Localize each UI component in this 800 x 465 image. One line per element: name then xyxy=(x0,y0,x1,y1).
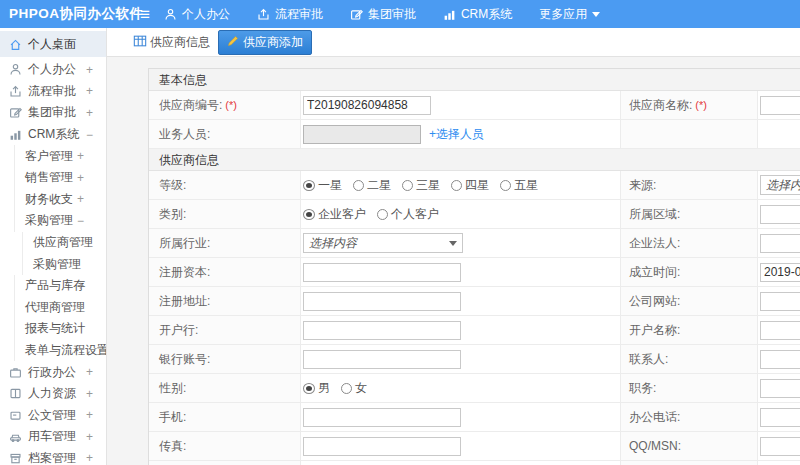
sidebar-item-hr[interactable]: 人力资源 + xyxy=(0,383,106,405)
expand-toggle[interactable]: + xyxy=(86,106,93,120)
bank-input[interactable] xyxy=(303,321,461,340)
hamburger-menu-icon[interactable]: ≡ xyxy=(140,6,150,23)
radio-personal-customer[interactable]: 个人客户 xyxy=(377,206,439,223)
form-row-capital-founded: 注册资本: 成立时间: xyxy=(149,258,800,287)
expand-toggle[interactable]: + xyxy=(77,192,84,206)
bank-account-input[interactable] xyxy=(303,350,461,369)
nav-workflow-approval[interactable]: 流程审批 xyxy=(257,6,323,23)
nav-more-apps[interactable]: 更多应用 xyxy=(539,6,600,23)
tab-supplier-add[interactable]: 供应商添加 xyxy=(218,30,312,55)
office-phone-label: 办公电话: xyxy=(629,409,680,426)
home-icon xyxy=(9,38,22,51)
sidebar-item-reports-stats[interactable]: 报表与统计 xyxy=(0,318,106,340)
sidebar-item-crm-system[interactable]: CRM系统 − xyxy=(0,124,106,146)
collapse-toggle[interactable]: − xyxy=(77,214,84,228)
account-name-input[interactable] xyxy=(760,321,800,340)
sidebar-item-supplier-mgmt[interactable]: 供应商管理 xyxy=(0,232,106,254)
radio-level-1[interactable]: 一星 xyxy=(303,177,342,194)
form-row-fax-qq: 传真: QQ/MSN: xyxy=(149,432,800,461)
required-marker: (*) xyxy=(225,99,237,111)
founded-date-input[interactable] xyxy=(760,263,800,282)
section-basic-info: 基本信息 xyxy=(149,69,800,91)
collapse-toggle[interactable]: − xyxy=(86,128,93,142)
nav-personal-office[interactable]: 个人办公 xyxy=(164,6,230,23)
tab-supplier-info[interactable]: 供应商信息 xyxy=(133,34,210,51)
supplier-name-input[interactable] xyxy=(760,96,800,115)
expand-toggle[interactable]: + xyxy=(86,451,93,465)
office-phone-input[interactable] xyxy=(760,408,800,427)
source-select[interactable]: 选择内容 xyxy=(760,175,800,195)
radio-icon xyxy=(377,209,388,220)
industry-select[interactable]: 选择内容 xyxy=(303,233,463,253)
bank-label: 开户行: xyxy=(159,322,198,339)
expand-toggle[interactable]: + xyxy=(86,430,93,444)
sidebar-item-finance[interactable]: 财务收支 + xyxy=(0,189,106,211)
upload-icon xyxy=(257,8,270,21)
radio-selected-icon xyxy=(303,209,315,220)
radio-enterprise-customer[interactable]: 企业客户 xyxy=(303,206,366,223)
reg-address-input[interactable] xyxy=(303,292,461,311)
bar-chart-icon xyxy=(9,128,22,141)
sidebar-item-sales-mgmt[interactable]: 销售管理 + xyxy=(0,167,106,189)
expand-toggle[interactable]: + xyxy=(77,300,84,314)
nav-crm-system[interactable]: CRM系统 xyxy=(443,6,512,23)
expand-toggle[interactable]: + xyxy=(86,63,93,77)
top-menu: 个人办公 流程审批 集团审批 CRM系统 更多应用 xyxy=(164,6,600,23)
industry-label: 所属行业: xyxy=(159,235,210,252)
sidebar-item-workflow-approval[interactable]: 流程审批 + xyxy=(0,81,106,103)
expand-toggle[interactable]: + xyxy=(86,84,93,98)
mobile-input[interactable] xyxy=(303,408,461,427)
user-icon xyxy=(9,63,22,76)
sidebar-item-purchase-mgmt[interactable]: 采购管理 − xyxy=(0,210,106,232)
category-radio-group: 企业客户 个人客户 xyxy=(303,206,439,223)
qq-msn-input[interactable] xyxy=(760,437,800,456)
expand-toggle[interactable]: + xyxy=(86,408,93,422)
staff-input[interactable] xyxy=(303,125,421,144)
capital-input[interactable] xyxy=(303,263,461,282)
expand-toggle[interactable]: + xyxy=(77,149,84,163)
radio-icon xyxy=(353,180,364,191)
briefcase-icon xyxy=(9,366,22,379)
choose-staff-link[interactable]: +选择人员 xyxy=(429,126,484,143)
sidebar-item-form-flow-settings[interactable]: 表单与流程设置 + xyxy=(0,340,106,362)
upload-icon xyxy=(9,85,22,98)
position-input[interactable] xyxy=(760,379,800,398)
nav-group-approval[interactable]: 集团审批 xyxy=(350,6,416,23)
sidebar-item-product-inventory[interactable]: 产品与库存 + xyxy=(0,275,106,297)
expand-toggle[interactable]: + xyxy=(77,171,84,185)
capital-label: 注册资本: xyxy=(159,264,210,281)
gender-radio-group: 男 女 xyxy=(303,380,367,397)
app-logo: PHPOA协同办公软件 xyxy=(0,5,128,23)
fax-input[interactable] xyxy=(303,437,461,456)
staff-label: 业务人员: xyxy=(159,126,210,143)
contact-input[interactable] xyxy=(760,350,800,369)
sidebar-item-personal-desktop[interactable]: 个人桌面 xyxy=(0,31,106,57)
sidebar-item-personal-office[interactable]: 个人办公 + xyxy=(0,59,106,81)
sidebar-item-archive-mgmt[interactable]: 档案管理 + xyxy=(0,448,106,465)
sidebar-item-agent-mgmt[interactable]: 代理商管理 + xyxy=(0,297,106,319)
expand-toggle[interactable]: + xyxy=(86,387,93,401)
sidebar-item-document-mgmt[interactable]: 公文管理 + xyxy=(0,405,106,427)
position-label: 职务: xyxy=(629,380,656,397)
radio-icon xyxy=(341,383,352,394)
supplier-no-input[interactable] xyxy=(303,96,431,115)
radio-female[interactable]: 女 xyxy=(341,380,367,397)
website-input[interactable] xyxy=(760,292,800,311)
main-area: 供应商信息 供应商添加 基本信息 供应商编号: (*) xyxy=(107,28,800,465)
expand-toggle[interactable]: + xyxy=(77,279,84,293)
radio-level-4[interactable]: 四星 xyxy=(451,177,489,194)
sidebar-item-vehicle-mgmt[interactable]: 用车管理 + xyxy=(0,426,106,448)
sidebar-item-customer-mgmt[interactable]: 客户管理 + xyxy=(0,145,106,167)
level-label: 等级: xyxy=(159,177,186,194)
region-input[interactable] xyxy=(760,205,800,224)
radio-level-3[interactable]: 三星 xyxy=(402,177,440,194)
required-marker: (*) xyxy=(695,99,707,111)
legal-person-input[interactable] xyxy=(760,234,800,253)
radio-level-5[interactable]: 五星 xyxy=(500,177,538,194)
sidebar-item-purchasing[interactable]: 采购管理 xyxy=(0,253,106,275)
sidebar-item-admin-office[interactable]: 行政办公 + xyxy=(0,361,106,383)
radio-level-2[interactable]: 二星 xyxy=(353,177,391,194)
sidebar-item-group-approval[interactable]: 集团审批 + xyxy=(0,102,106,124)
expand-toggle[interactable]: + xyxy=(86,365,93,379)
radio-male[interactable]: 男 xyxy=(303,380,330,397)
